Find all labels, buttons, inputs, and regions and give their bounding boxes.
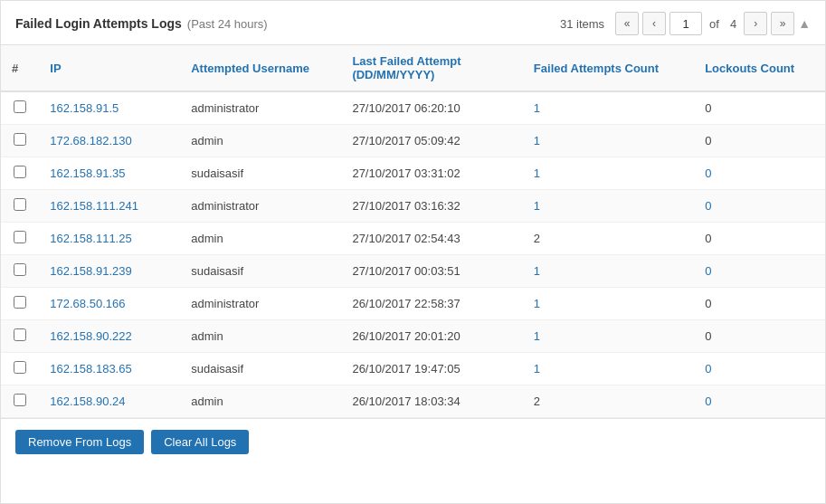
failed-count-link[interactable]: 1 — [534, 329, 540, 343]
remove-from-logs-button[interactable]: Remove From Logs — [15, 430, 144, 454]
collapse-icon: ▲ — [798, 16, 811, 31]
row-checkbox[interactable] — [14, 133, 26, 146]
row-checkbox[interactable] — [14, 361, 26, 374]
row-failed-count: 1 — [523, 255, 694, 288]
ip-link[interactable]: 162.158.90.222 — [50, 329, 131, 343]
row-ip: 172.68.50.166 — [39, 288, 180, 320]
table-row: 162.158.183.65sudaisasif26/10/2017 19:47… — [1, 353, 825, 385]
footer-bar: Remove From Logs Clear All Logs — [1, 418, 825, 465]
row-ip: 162.158.90.222 — [39, 320, 180, 353]
pagination-prev-btn[interactable]: ‹ — [642, 12, 666, 35]
row-username: admin — [180, 385, 341, 418]
pagination-last-btn[interactable]: » — [771, 12, 794, 35]
row-lockouts-count: 0 — [694, 288, 825, 320]
failed-count-link[interactable]: 1 — [534, 134, 540, 147]
row-last-attempt: 26/10/2017 19:47:05 — [341, 353, 522, 385]
row-ip: 162.158.111.241 — [39, 190, 180, 223]
table-row: 162.158.91.239sudaisasif27/10/2017 00:03… — [1, 255, 825, 288]
row-last-attempt: 27/10/2017 03:16:32 — [341, 190, 522, 223]
row-checkbox-cell — [1, 190, 39, 223]
row-checkbox-cell — [1, 320, 39, 353]
ip-link[interactable]: 172.68.50.166 — [50, 297, 125, 310]
ip-link[interactable]: 162.158.90.24 — [50, 395, 125, 408]
row-username: sudaisasif — [180, 157, 341, 190]
row-checkbox[interactable] — [14, 263, 26, 276]
row-checkbox-cell — [1, 255, 39, 288]
table-row: 162.158.111.25admin27/10/2017 02:54:4320 — [1, 223, 825, 255]
lockouts-count-link[interactable]: 0 — [705, 199, 711, 213]
row-checkbox-cell — [1, 91, 39, 125]
failed-count-link[interactable]: 1 — [534, 101, 540, 115]
row-failed-count: 1 — [523, 320, 694, 353]
failed-count-link[interactable]: 1 — [534, 362, 540, 376]
row-checkbox-cell — [1, 288, 39, 320]
row-checkbox-cell — [1, 157, 39, 190]
row-checkbox[interactable] — [14, 231, 26, 243]
ip-link[interactable]: 162.158.91.239 — [50, 264, 131, 278]
row-last-attempt: 27/10/2017 05:09:42 — [341, 125, 522, 157]
row-checkbox[interactable] — [14, 100, 26, 113]
pagination-controls: 31 items « ‹ of 4 › » ▲ — [560, 12, 811, 35]
row-checkbox[interactable] — [14, 394, 26, 406]
row-username: administrator — [180, 288, 341, 320]
row-failed-count: 1 — [523, 157, 694, 190]
row-failed-count: 2 — [523, 223, 694, 255]
row-failed-count: 1 — [523, 91, 694, 125]
table-row: 162.158.90.24admin26/10/2017 18:03:3420 — [1, 385, 825, 418]
pagination-page-input[interactable] — [669, 12, 702, 35]
failed-count-link[interactable]: 1 — [534, 166, 540, 180]
logs-table: # IP Attempted Username Last Failed Atte… — [1, 45, 825, 418]
pagination-first-btn[interactable]: « — [615, 12, 639, 35]
row-lockouts-count: 0 — [694, 190, 825, 223]
row-checkbox-cell — [1, 223, 39, 255]
row-checkbox-cell — [1, 125, 39, 157]
lockouts-count-link[interactable]: 0 — [705, 362, 711, 376]
table-row: 162.158.91.35sudaisasif27/10/2017 03:31:… — [1, 157, 825, 190]
lockouts-count-link[interactable]: 0 — [705, 264, 711, 278]
ip-link[interactable]: 162.158.91.35 — [50, 166, 125, 180]
row-username: administrator — [180, 91, 341, 125]
row-checkbox[interactable] — [14, 198, 26, 211]
pagination-of-label: of — [709, 17, 719, 31]
row-checkbox-cell — [1, 385, 39, 418]
row-lockouts-count: 0 — [694, 91, 825, 125]
row-ip: 162.158.90.24 — [39, 385, 180, 418]
pagination-next-btn[interactable]: › — [744, 12, 767, 35]
col-failed-count: Failed Attempts Count — [523, 45, 694, 91]
row-ip: 172.68.182.130 — [39, 125, 180, 157]
ip-link[interactable]: 162.158.111.241 — [50, 199, 138, 213]
row-failed-count: 1 — [523, 288, 694, 320]
ip-link[interactable]: 162.158.91.5 — [50, 101, 119, 115]
page-subtitle: (Past 24 hours) — [187, 17, 268, 31]
failed-count-link[interactable]: 1 — [534, 199, 540, 213]
row-failed-count: 1 — [523, 353, 694, 385]
row-last-attempt: 27/10/2017 02:54:43 — [341, 223, 522, 255]
table-row: 162.158.90.222admin26/10/2017 20:01:2010 — [1, 320, 825, 353]
table-row: 162.158.111.241administrator27/10/2017 0… — [1, 190, 825, 223]
failed-count-link[interactable]: 1 — [534, 297, 540, 310]
row-username: admin — [180, 320, 341, 353]
clear-all-logs-button[interactable]: Clear All Logs — [151, 430, 249, 454]
row-last-attempt: 26/10/2017 22:58:37 — [341, 288, 522, 320]
table-row: 172.68.182.130admin27/10/2017 05:09:4210 — [1, 125, 825, 157]
row-last-attempt: 26/10/2017 18:03:34 — [341, 385, 522, 418]
col-username: Attempted Username — [180, 45, 341, 91]
header-title-group: Failed Login Attempts Logs (Past 24 hour… — [15, 16, 268, 31]
table-body: 162.158.91.5administrator27/10/2017 06:2… — [1, 91, 825, 418]
row-lockouts-count: 0 — [694, 255, 825, 288]
ip-link[interactable]: 162.158.183.65 — [50, 362, 131, 376]
row-last-attempt: 27/10/2017 00:03:51 — [341, 255, 522, 288]
col-ip: IP — [39, 45, 180, 91]
row-ip: 162.158.111.25 — [39, 223, 180, 255]
ip-link[interactable]: 162.158.111.25 — [50, 232, 131, 245]
row-checkbox[interactable] — [14, 328, 26, 341]
row-failed-count: 2 — [523, 385, 694, 418]
row-failed-count: 1 — [523, 125, 694, 157]
row-checkbox[interactable] — [14, 166, 26, 178]
lockouts-count-link[interactable]: 0 — [705, 395, 711, 408]
failed-count-link[interactable]: 1 — [534, 264, 540, 278]
row-checkbox[interactable] — [14, 296, 26, 309]
row-username: sudaisasif — [180, 353, 341, 385]
lockouts-count-link[interactable]: 0 — [705, 166, 711, 180]
ip-link[interactable]: 172.68.182.130 — [50, 134, 131, 147]
